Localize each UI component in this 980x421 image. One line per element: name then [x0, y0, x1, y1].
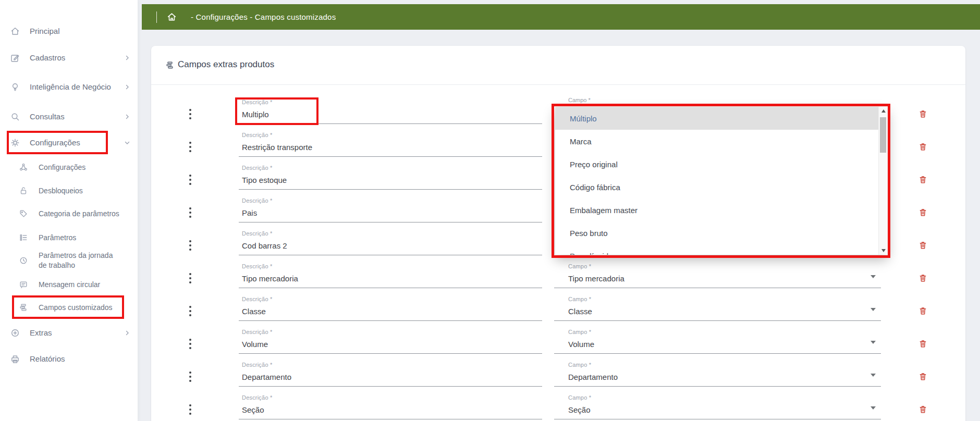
sidebar-item-label: Principal: [30, 26, 114, 36]
drag-handle-icon[interactable]: [189, 108, 192, 120]
nodes-icon: [19, 163, 28, 172]
scroll-up-icon[interactable]: [879, 107, 888, 115]
dropdown-option[interactable]: Marca: [555, 130, 879, 153]
page-title: Campos extras produtos: [178, 59, 274, 70]
sidebar-item-relatorios[interactable]: Relatórios: [0, 351, 138, 367]
sidebar-item-label: Categoria de parâmetros: [39, 209, 122, 219]
dropdown-option[interactable]: Código fábrica: [555, 176, 879, 199]
layers-icon: [165, 60, 175, 70]
delete-row-button[interactable]: [918, 404, 928, 414]
sidebar-item-label: Desbloqueios: [39, 186, 122, 196]
drag-handle-icon[interactable]: [189, 273, 192, 284]
sidebar-item-configuracoes[interactable]: Configurações: [0, 135, 138, 151]
delete-row-button[interactable]: [918, 142, 928, 152]
campo-select[interactable]: Campo * Departamento: [554, 360, 881, 387]
descricao-value: Classe: [242, 307, 266, 316]
campo-select[interactable]: Campo * Seção: [554, 393, 881, 419]
sidebar-item-inteligencia-de-negocio[interactable]: Inteligência de Negócio: [0, 76, 138, 98]
sidebar-subitem-configuracoes[interactable]: Configurações: [0, 159, 138, 175]
campo-label: Campo *: [568, 97, 591, 103]
descricao-field[interactable]: Descrição * Volume: [239, 327, 542, 354]
delete-row-button[interactable]: [918, 273, 928, 283]
topbar: - Configurações - Campos customizados: [142, 4, 980, 30]
delete-row-button[interactable]: [918, 306, 928, 316]
dropdown-option[interactable]: Peso líquido: [555, 244, 879, 255]
dropdown-option[interactable]: Embalagem master: [555, 199, 879, 221]
custom-field-row: Descrição * Seção Campo * Seção: [151, 393, 965, 419]
descricao-field[interactable]: Descrição * Cod barras 2: [239, 229, 542, 255]
delete-row-button[interactable]: [918, 175, 928, 184]
drag-handle-icon[interactable]: [189, 174, 192, 185]
campo-label: Campo *: [568, 362, 591, 368]
descricao-field[interactable]: Descrição * Classe: [239, 294, 542, 321]
drag-handle-icon[interactable]: [189, 338, 192, 350]
delete-row-button[interactable]: [918, 240, 928, 250]
descricao-label: Descrição *: [242, 362, 272, 368]
campo-label: Campo *: [568, 296, 591, 302]
title-divider: [151, 84, 965, 85]
descricao-field[interactable]: Descrição * Restrição transporte: [239, 130, 542, 157]
descricao-field[interactable]: Descrição * Multiplo: [239, 97, 542, 124]
plus-circle-icon: [10, 328, 20, 338]
descricao-field[interactable]: Descrição * Tipo mercadoria: [239, 262, 542, 288]
drag-handle-icon[interactable]: [189, 207, 192, 218]
descricao-value: Multiplo: [242, 110, 269, 119]
drag-handle-icon[interactable]: [189, 371, 192, 382]
campo-dropdown-menu: Múltiplo Marca Preço original Código fáb…: [555, 107, 888, 255]
dropdown-option[interactable]: Preço original: [555, 153, 879, 176]
delete-row-button[interactable]: [918, 339, 928, 349]
sidebar-item-label: Inteligência de Negócio: [30, 82, 114, 92]
campo-select[interactable]: Campo * Classe: [554, 294, 881, 321]
campo-label: Campo *: [568, 394, 591, 401]
gear-icon: [10, 138, 20, 148]
descricao-field[interactable]: Descrição * Seção: [239, 393, 542, 419]
list-icon: [19, 233, 28, 242]
descricao-value: Tipo estoque: [242, 176, 287, 184]
sidebar-subitem-campos-customizados[interactable]: Campos customizados: [0, 300, 138, 315]
printer-icon: [10, 354, 20, 364]
select-arrow-icon: [871, 406, 876, 410]
scrollbar-thumb[interactable]: [880, 117, 886, 153]
delete-row-button[interactable]: [918, 372, 928, 381]
descricao-field[interactable]: Descrição * Tipo estoque: [239, 163, 542, 190]
sidebar-item-label: Mensagem circular: [39, 280, 122, 290]
dropdown-option[interactable]: Múltiplo: [555, 107, 879, 130]
sidebar-item-label: Parâmetros da jornada de trabalho: [39, 251, 122, 270]
sidebar-item-label: Configurações: [30, 138, 114, 148]
descricao-value: Seção: [242, 405, 264, 414]
sidebar-subitem-parametros-da-jornada[interactable]: Parâmetros da jornada de trabalho: [0, 249, 138, 272]
sidebar-subitem-mensagem-circular[interactable]: Mensagem circular: [0, 277, 138, 292]
search-icon: [10, 112, 20, 122]
drag-handle-icon[interactable]: [189, 141, 192, 153]
home-breadcrumb-icon[interactable]: [166, 11, 177, 22]
descricao-field[interactable]: Descrição * Pais: [239, 196, 542, 222]
sidebar-item-consultas[interactable]: Consultas: [0, 109, 138, 125]
descricao-label: Descrição *: [242, 197, 272, 204]
descricao-value: Restrição transporte: [242, 143, 312, 152]
drag-handle-icon[interactable]: [189, 240, 192, 251]
descricao-value: Cod barras 2: [242, 241, 287, 250]
sidebar-item-label: Extras: [30, 328, 114, 338]
sidebar-item-extras[interactable]: Extras: [0, 325, 138, 341]
descricao-label: Descrição *: [242, 165, 272, 171]
campo-select[interactable]: Campo * Volume: [554, 327, 881, 354]
delete-row-button[interactable]: [918, 109, 928, 119]
sidebar-item-cadastros[interactable]: Cadastros: [0, 50, 138, 66]
sidebar-subitem-desbloqueios[interactable]: Desbloqueios: [0, 183, 138, 199]
drag-handle-icon[interactable]: [189, 404, 192, 415]
select-arrow-icon: [871, 341, 876, 344]
descricao-value: Departamento: [242, 373, 291, 381]
home-icon: [10, 26, 20, 36]
scroll-down-icon[interactable]: [879, 246, 888, 255]
dropdown-option[interactable]: Peso bruto: [555, 221, 879, 244]
sidebar-subitem-categoria-de-parametros[interactable]: Categoria de parâmetros: [0, 202, 138, 225]
sidebar-subitem-parametros[interactable]: Parâmetros: [0, 230, 138, 245]
delete-row-button[interactable]: [918, 207, 928, 217]
sidebar-item-principal[interactable]: Principal: [0, 23, 138, 39]
descricao-label: Descrição *: [242, 132, 272, 138]
descricao-field[interactable]: Descrição * Departamento: [239, 360, 542, 387]
campo-select[interactable]: Campo * Tipo mercadoria: [554, 262, 881, 288]
chevron-down-icon: [124, 140, 130, 146]
dropdown-scrollbar[interactable]: [878, 107, 888, 255]
drag-handle-icon[interactable]: [189, 305, 192, 317]
